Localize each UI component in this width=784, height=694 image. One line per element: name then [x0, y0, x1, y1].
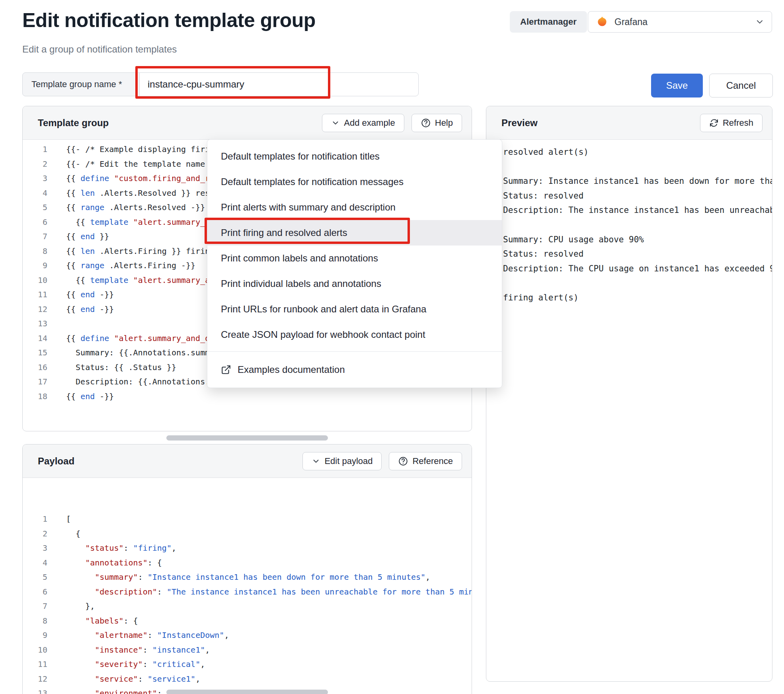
- cancel-button[interactable]: Cancel: [709, 74, 773, 97]
- edit-payload-button[interactable]: Edit payload: [302, 452, 382, 470]
- chevron-down-icon: [312, 457, 320, 466]
- reference-button[interactable]: Reference: [389, 452, 462, 470]
- line-number: 13: [23, 316, 47, 331]
- preview-panel: Preview Refresh resolved alert(s) Summar…: [486, 106, 772, 682]
- template-group-name-input[interactable]: [139, 72, 419, 96]
- line-number: 10: [23, 273, 47, 288]
- examples-documentation-label: Examples documentation: [238, 364, 345, 375]
- line-number: 9: [23, 628, 47, 643]
- add-example-button[interactable]: Add example: [322, 114, 404, 132]
- line-number: 5: [23, 200, 47, 215]
- refresh-button[interactable]: Refresh: [700, 114, 763, 132]
- line-number: 2: [23, 157, 47, 172]
- preview-panel-header: Preview Refresh: [486, 106, 772, 140]
- alertmanager-label: Alertmanager: [520, 17, 577, 27]
- preview-line: Summary: Instance instance1 has been dow…: [503, 174, 772, 189]
- external-link-icon: [221, 365, 231, 375]
- horizontal-scrollbar[interactable]: [166, 435, 328, 441]
- line-number: 3: [23, 171, 47, 186]
- line-number: 13: [23, 686, 47, 694]
- grafana-logo-icon: [595, 15, 609, 29]
- menu-item-print-firing-and-resolved-alerts[interactable]: Print firing and resolved alerts: [207, 220, 502, 246]
- help-button[interactable]: Help: [412, 114, 462, 132]
- line-number: 11: [23, 287, 47, 302]
- line-number: 1: [23, 142, 47, 157]
- code-line: 10 "instance": "instance1",: [23, 643, 472, 657]
- line-number: 18: [23, 389, 47, 404]
- code-line: 18{{ end -}}: [23, 389, 472, 404]
- code-line: 4 "annotations": {: [23, 556, 472, 570]
- question-circle-icon: [421, 118, 431, 128]
- code-line: 8 "labels": {: [23, 614, 472, 628]
- alertmanager-selector[interactable]: Grafana: [588, 11, 772, 33]
- payload-panel-title: Payload: [38, 456, 74, 467]
- line-number: 10: [23, 643, 47, 657]
- line-number: 15: [23, 345, 47, 360]
- preview-line: Description: The instance instance1 has …: [503, 203, 772, 218]
- menu-item-print-urls-for-runbook-and-alert-data-in-grafana[interactable]: Print URLs for runbook and alert data in…: [207, 296, 502, 322]
- alertmanager-badge: Alertmanager: [510, 11, 587, 33]
- template-group-panel-header: Template group Add example Help: [23, 106, 472, 140]
- line-number: 7: [23, 229, 47, 244]
- code-line: 11 "severity": "critical",: [23, 657, 472, 672]
- line-number: 1: [23, 512, 47, 526]
- line-number: 8: [23, 614, 47, 628]
- horizontal-scrollbar[interactable]: [166, 690, 328, 694]
- preview-line: firing alert(s): [503, 290, 772, 305]
- add-example-label: Add example: [344, 118, 395, 128]
- payload-panel: Payload Edit payload Reference 1[2 {3 "s…: [22, 444, 472, 694]
- line-number: 16: [23, 360, 47, 375]
- line-number: 12: [23, 672, 47, 686]
- line-number: 4: [23, 186, 47, 201]
- menu-item-print-common-labels-and-annotations[interactable]: Print common labels and annotations: [207, 246, 502, 271]
- menu-item-default-templates-for-notification-messages[interactable]: Default templates for notification messa…: [207, 169, 502, 195]
- chevron-down-icon: [331, 119, 340, 127]
- line-number: 4: [23, 556, 47, 570]
- code-line: 9 "alertname": "InstanceDown",: [23, 628, 472, 643]
- line-number: 11: [23, 657, 47, 672]
- grafana-selector-label: Grafana: [614, 17, 647, 27]
- preview-line: resolved alert(s): [503, 145, 772, 160]
- refresh-icon: [709, 118, 719, 128]
- code-line: 5 "summary": "Instance instance1 has bee…: [23, 570, 472, 585]
- preview-line: Status: resolved: [503, 189, 772, 203]
- preview-line: [503, 276, 772, 290]
- code-line: 2 {: [23, 526, 472, 541]
- menu-item-examples-documentation[interactable]: Examples documentation: [207, 356, 502, 384]
- line-number: 6: [23, 585, 47, 599]
- menu-divider: [207, 351, 502, 352]
- line-number: 7: [23, 599, 47, 614]
- payload-code-editor[interactable]: 1[2 {3 "status": "firing",4 "annotations…: [23, 478, 472, 694]
- template-group-panel-title: Template group: [38, 117, 109, 129]
- preview-line: [503, 218, 772, 232]
- line-number: 9: [23, 258, 47, 273]
- line-number: 14: [23, 331, 47, 346]
- help-label: Help: [435, 118, 453, 128]
- edit-payload-label: Edit payload: [324, 456, 372, 466]
- line-number: 6: [23, 215, 47, 230]
- page-subtitle: Edit a group of notification templates: [22, 44, 177, 55]
- chevron-down-icon: [755, 17, 764, 27]
- template-group-name-label: Template group name *: [22, 72, 140, 96]
- code-line: 7 },: [23, 599, 472, 614]
- preview-line: Status: resolved: [503, 247, 772, 261]
- menu-item-print-individual-labels-and-annotations[interactable]: Print individual labels and annotations: [207, 271, 502, 296]
- line-number: 3: [23, 541, 47, 556]
- add-example-menu: Default templates for notification title…: [207, 139, 502, 388]
- preview-line: Description: The CPU usage on instance1 …: [503, 261, 772, 276]
- code-line: 12 "service": "service1",: [23, 672, 472, 686]
- question-circle-icon: [398, 456, 408, 466]
- reference-label: Reference: [412, 456, 453, 466]
- save-button[interactable]: Save: [651, 74, 703, 97]
- line-number: 8: [23, 244, 47, 259]
- code-line: 1[: [23, 512, 472, 526]
- line-number: 2: [23, 526, 47, 541]
- preview-line: [503, 160, 772, 174]
- menu-item-print-alerts-with-summary-and-description[interactable]: Print alerts with summary and descriptio…: [207, 195, 502, 220]
- line-number: 17: [23, 374, 47, 389]
- preview-output: resolved alert(s) Summary: Instance inst…: [486, 140, 772, 305]
- payload-panel-header: Payload Edit payload Reference: [23, 444, 472, 478]
- menu-item-default-templates-for-notification-titles[interactable]: Default templates for notification title…: [207, 144, 502, 169]
- preview-line: Summary: CPU usage above 90%: [503, 232, 772, 247]
- menu-item-create-json-payload-for-webhook-contact-point[interactable]: Create JSON payload for webhook contact …: [207, 322, 502, 347]
